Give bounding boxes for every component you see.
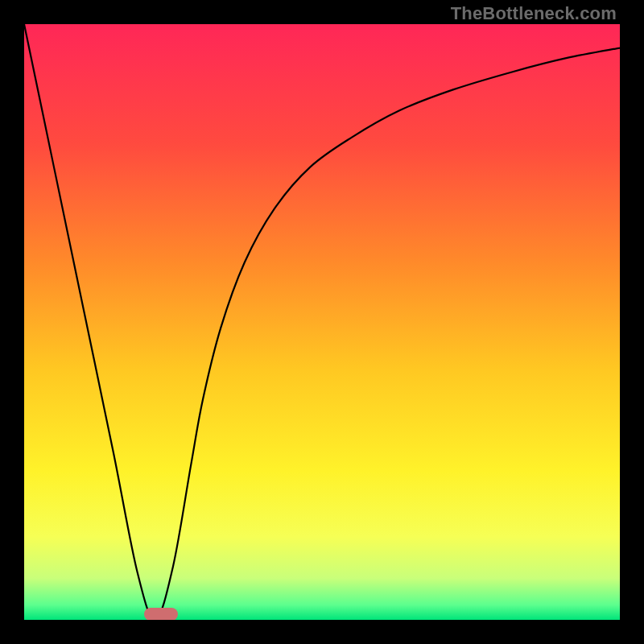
optimal-zone-marker bbox=[144, 608, 178, 620]
plot-area bbox=[24, 24, 620, 620]
curve-path bbox=[24, 24, 620, 620]
watermark-label: TheBottleneck.com bbox=[451, 3, 617, 24]
bottleneck-curve bbox=[24, 24, 620, 620]
chart-frame: TheBottleneck.com bbox=[0, 0, 644, 644]
